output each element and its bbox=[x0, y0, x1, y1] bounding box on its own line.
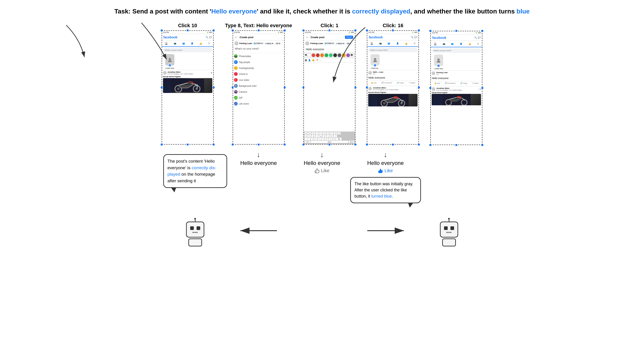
back-btn-3[interactable]: ← bbox=[306, 36, 309, 39]
task-highlight2: correctly displayed bbox=[352, 8, 410, 15]
story-create-5[interactable]: + Create story bbox=[432, 55, 446, 70]
phone-5: 3:22 PM🔋 WiFi facebook 🔍💬 🏠📺 👥👤 🔔☰ What'… bbox=[430, 31, 482, 145]
svg-point-0 bbox=[169, 58, 171, 60]
option-gif[interactable]: GIF GIF bbox=[233, 95, 284, 101]
arrow-down-3: ↓ bbox=[320, 151, 324, 159]
option-live[interactable]: 🔴 Live video bbox=[233, 77, 284, 83]
option-tag[interactable]: 🏷 Tag people bbox=[233, 59, 284, 65]
step-3-label: Click: 1 bbox=[320, 23, 338, 29]
like-text-4: Like bbox=[384, 168, 393, 173]
like-text-3: Like bbox=[321, 168, 330, 173]
step-1: Click 10 3:18 PM 🔋 WiFi facebook 🔍 💬 bbox=[162, 23, 214, 145]
story-create-4[interactable]: + Create sto... bbox=[368, 54, 382, 69]
arrow-down-4: ↓ bbox=[384, 151, 388, 159]
create-post-header: ← Create post bbox=[233, 34, 284, 41]
option-photo[interactable]: 📷 Photo/video bbox=[233, 53, 284, 59]
share-btn-4[interactable]: ↗ Share bbox=[408, 82, 415, 84]
phone-3: 3:20 PM🔋 WiFi ← Create post POST Feixing… bbox=[304, 30, 356, 145]
svg-rect-7 bbox=[188, 82, 192, 84]
post-1: Jonathan Biker is in Los Angeles, CA, Un… bbox=[162, 70, 213, 94]
task-text-middle2: , and whether the like button turns bbox=[410, 8, 516, 15]
bottom-text-4: Hello everyone bbox=[367, 160, 404, 166]
search-bar-1[interactable]: What's on your mind? bbox=[163, 48, 212, 52]
step-5: 3:22 PM🔋 WiFi facebook 🔍💬 🏠📺 👥👤 🔔☰ What'… bbox=[430, 23, 482, 145]
option-bg[interactable]: 🎨 Background color bbox=[233, 83, 284, 89]
bottom-text-2: Hello everyone bbox=[240, 160, 277, 166]
svg-point-9 bbox=[373, 60, 377, 62]
phone-4: 3:21 PM🔋 WiFi facebook 🔍💬 🏠📺 👥👤 🔔☰ What'… bbox=[367, 30, 419, 145]
svg-point-15 bbox=[438, 59, 440, 61]
task-highlight1: Hello everyone bbox=[212, 8, 257, 15]
svg-point-8 bbox=[374, 58, 376, 60]
robot-left bbox=[186, 222, 204, 246]
option-camera[interactable]: 📸 Camera bbox=[233, 89, 284, 95]
step-2: Type 8, Text: Hello everyone 3:19 PM🔋 Wi… bbox=[225, 23, 292, 145]
task-text-before: Task: Send a post with content ' bbox=[114, 8, 212, 15]
svg-point-1 bbox=[168, 60, 172, 62]
story-create-1[interactable]: + Create story bbox=[163, 54, 177, 69]
copy-btn-5[interactable]: 🔗 Copy bbox=[460, 82, 467, 84]
task-header: Task: Send a post with content 'Hello ev… bbox=[0, 0, 644, 20]
step-4: Click: 16 3:21 PM🔋 WiFi facebook 🔍💬 🏠📺 👥… bbox=[367, 23, 419, 145]
option-checkin[interactable]: 📍 Check in bbox=[233, 71, 284, 77]
task-text-middle1: ' and like it, check whether it is bbox=[257, 8, 352, 15]
post-button[interactable]: POST bbox=[345, 36, 354, 39]
svg-point-4 bbox=[177, 88, 180, 90]
bubble-right-text: The like button was initially gray. Afte… bbox=[354, 182, 414, 198]
share-btn-5[interactable]: ↗ Share bbox=[472, 82, 479, 84]
like-btn-5-liked[interactable]: 👍 Like bbox=[434, 82, 440, 84]
copy-btn-4[interactable]: 🔗 Copy bbox=[397, 82, 404, 84]
option-feeling[interactable]: 😊 Feeling/activity bbox=[233, 65, 284, 71]
bottom-text-3: Hello everyone bbox=[304, 160, 340, 166]
step-4-label: Click: 16 bbox=[382, 23, 404, 29]
step-3: Click: 1 3:20 PM🔋 WiFi ← Create post POS… bbox=[304, 23, 356, 145]
phone-2: 3:19 PM🔋 WiFi ← Create post Feixing Luan… bbox=[233, 30, 285, 145]
task-highlight3: blue bbox=[516, 8, 530, 15]
option-event[interactable]: 🎉 Life event bbox=[233, 101, 284, 107]
back-button[interactable]: ← bbox=[235, 36, 238, 39]
step-1-label: Click 10 bbox=[178, 23, 197, 29]
phone-1: 3:18 PM 🔋 WiFi facebook 🔍 💬 🏠 📺 👥 👤 🔔 bbox=[162, 30, 214, 145]
step-2-label: Type 8, Text: Hello everyone bbox=[225, 23, 292, 29]
arrow-down-2: ↓ bbox=[257, 151, 260, 159]
comment-btn-4[interactable]: 💬 Comment bbox=[382, 82, 392, 84]
story-label-1: Create story bbox=[166, 67, 174, 69]
comment-btn-5[interactable]: 💬 Comment bbox=[445, 82, 456, 84]
svg-point-12 bbox=[383, 102, 386, 105]
bubble-left-text: The post's content 'Hello everyone' is c… bbox=[168, 159, 216, 183]
like-btn-4[interactable]: 👍 Like bbox=[371, 82, 377, 84]
robot-right bbox=[440, 222, 458, 246]
search-placeholder: What's on your mind? bbox=[165, 49, 182, 51]
svg-point-16 bbox=[437, 61, 440, 63]
